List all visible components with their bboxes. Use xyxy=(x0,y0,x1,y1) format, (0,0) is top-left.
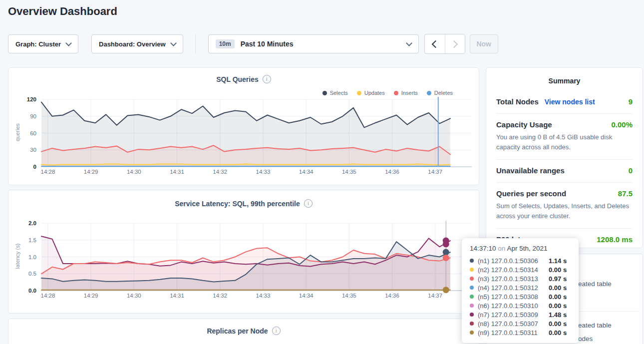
node-dot-icon xyxy=(470,286,474,290)
replicas-title-text: Replicas per Node xyxy=(207,327,268,335)
legend-item-inserts[interactable]: Inserts xyxy=(394,90,418,96)
unavailable-ranges-value: 0 xyxy=(629,166,633,175)
selects-dot-icon xyxy=(322,91,327,95)
svg-text:1.0: 1.0 xyxy=(28,254,36,260)
service-latency-chart[interactable]: 14:2814:2914:3014:3114:3214:3314:3414:35… xyxy=(14,220,474,306)
capacity-desc: You are using 0 B of 4.5 GiB usable disk… xyxy=(496,132,633,152)
legend-item-deletes[interactable]: Deletes xyxy=(427,90,453,96)
svg-text:14:34: 14:34 xyxy=(299,293,314,299)
sql-queries-legend: Selects Updates Inserts Deletes xyxy=(322,90,453,96)
node-value: 0.00 s xyxy=(549,320,567,328)
time-range-selector[interactable]: 10m Past 10 Minutes xyxy=(208,34,419,53)
svg-text:14:31: 14:31 xyxy=(170,169,184,175)
svg-text:14:29: 14:29 xyxy=(84,169,98,175)
info-icon[interactable]: i xyxy=(304,199,313,208)
node-name: (n8) 127.0.0.1:50307 xyxy=(478,320,549,328)
tooltip-time: 14:37:10 xyxy=(470,245,496,252)
dashboard-dropdown-label: Dashboard: Overview xyxy=(99,40,166,48)
sql-queries-title: SQL Queries i xyxy=(8,75,479,83)
time-range-label: Past 10 Minutes xyxy=(241,40,294,48)
unavailable-ranges-label: Unavailable ranges xyxy=(496,166,565,175)
node-name: (n6) 127.0.0.1:50310 xyxy=(478,302,549,310)
event-text-fragment: odes xyxy=(578,335,593,343)
tooltip-row: (n6) 127.0.0.1:503100.00 s xyxy=(470,301,571,310)
chevron-down-icon xyxy=(170,40,177,46)
svg-text:90: 90 xyxy=(30,113,36,119)
legend-label: Deletes xyxy=(434,90,453,96)
svg-text:60: 60 xyxy=(30,130,36,136)
info-icon[interactable]: i xyxy=(272,327,281,335)
tooltip-row: (n9) 127.0.0.1:503110.00 s xyxy=(470,328,571,337)
node-name: (n5) 127.0.0.1:50308 xyxy=(478,293,549,301)
capacity-label: Capacity Usage xyxy=(496,120,552,129)
legend-label: Updates xyxy=(364,90,385,96)
legend-item-selects[interactable]: Selects xyxy=(322,90,348,96)
node-dot-icon xyxy=(470,295,474,299)
replicas-title: Replicas per Node i xyxy=(8,327,479,335)
now-button[interactable]: Now xyxy=(470,34,498,53)
svg-text:14:31: 14:31 xyxy=(170,293,184,299)
svg-text:14:36: 14:36 xyxy=(385,293,399,299)
graph-dropdown[interactable]: Graph: Cluster xyxy=(8,34,78,53)
node-name: (n9) 127.0.0.1:50311 xyxy=(478,329,549,337)
total-nodes-label: Total Nodes xyxy=(496,97,539,106)
page-title: Overview Dashboard xyxy=(8,5,117,18)
summary-body: Total Nodes View nodes list 9 Capacity U… xyxy=(486,85,643,255)
tooltip-row: (n3) 127.0.0.1:503130.97 s xyxy=(470,274,571,283)
event-text-fragment: eated table xyxy=(578,322,612,329)
tooltip-on: on xyxy=(498,245,505,252)
svg-text:14:32: 14:32 xyxy=(213,293,227,299)
legend-label: Inserts xyxy=(401,90,418,96)
summary-unavailable: Unavailable ranges 0 xyxy=(496,160,633,183)
service-latency-title-text: Service Latency: SQL, 99th percentile xyxy=(175,200,300,208)
svg-text:14:30: 14:30 xyxy=(127,293,141,299)
dashboard-dropdown[interactable]: Dashboard: Overview xyxy=(91,34,183,53)
chevron-left-icon xyxy=(432,40,440,48)
node-value: 0.00 s xyxy=(549,302,567,310)
svg-text:0.5: 0.5 xyxy=(28,271,36,277)
summary-qps: Queries per second 87.5 Sum of Selects, … xyxy=(496,183,633,229)
svg-text:14:29: 14:29 xyxy=(84,293,98,299)
summary-title: Summary xyxy=(486,68,643,85)
qps-label: Queries per second xyxy=(496,189,566,198)
legend-item-updates[interactable]: Updates xyxy=(357,90,385,96)
svg-text:30: 30 xyxy=(30,147,36,153)
svg-text:14:33: 14:33 xyxy=(256,169,271,175)
qps-value: 87.5 xyxy=(618,189,633,198)
node-dot-icon xyxy=(470,313,474,317)
node-value: 1.48 s xyxy=(549,311,567,319)
node-name: (n7) 127.0.0.1:50309 xyxy=(478,311,549,319)
svg-text:14:28: 14:28 xyxy=(41,293,55,299)
sql-queries-card: SQL Queries i Selects Updates Inserts De… xyxy=(8,67,479,185)
svg-text:120: 120 xyxy=(27,96,36,102)
tooltip-timestamp: 14:37:10 on Apr 5th, 2021 xyxy=(470,245,571,252)
prev-range-button[interactable] xyxy=(425,34,445,53)
node-dot-icon xyxy=(470,322,474,326)
info-icon[interactable]: i xyxy=(263,75,271,83)
time-step-buttons xyxy=(424,34,465,54)
tooltip-row: (n7) 127.0.0.1:503091.48 s xyxy=(470,310,571,319)
tooltip-row: (n5) 127.0.0.1:503080.00 s xyxy=(470,292,571,301)
summary-total-nodes: Total Nodes View nodes list 9 xyxy=(496,91,633,114)
svg-text:14:34: 14:34 xyxy=(299,169,314,175)
sql-queries-title-text: SQL Queries xyxy=(216,75,259,83)
svg-text:0: 0 xyxy=(33,164,36,170)
updates-dot-icon xyxy=(357,91,361,95)
node-value: 0.00 s xyxy=(549,293,567,301)
tooltip-date: Apr 5th, 2021 xyxy=(507,245,547,252)
svg-text:14:33: 14:33 xyxy=(256,293,271,299)
svg-text:14:28: 14:28 xyxy=(41,169,55,175)
deletes-dot-icon xyxy=(427,91,431,95)
svg-text:14:35: 14:35 xyxy=(342,169,356,175)
controls-divider xyxy=(195,34,196,53)
tooltip-row: (n8) 127.0.0.1:503070.00 s xyxy=(470,319,571,328)
view-nodes-list-link[interactable]: View nodes list xyxy=(545,98,595,106)
node-dot-icon xyxy=(470,277,474,281)
summary-capacity: Capacity Usage 0.00% You are using 0 B o… xyxy=(496,114,633,160)
svg-text:14:32: 14:32 xyxy=(213,169,227,175)
capacity-value: 0.00% xyxy=(611,120,633,129)
next-range-button[interactable] xyxy=(445,34,465,53)
node-value: 0.00 s xyxy=(549,284,567,292)
service-latency-card: Service Latency: SQL, 99th percentile i … xyxy=(8,190,479,314)
sql-queries-chart[interactable]: 14:2814:2914:3014:3114:3214:3314:3414:35… xyxy=(14,96,474,182)
